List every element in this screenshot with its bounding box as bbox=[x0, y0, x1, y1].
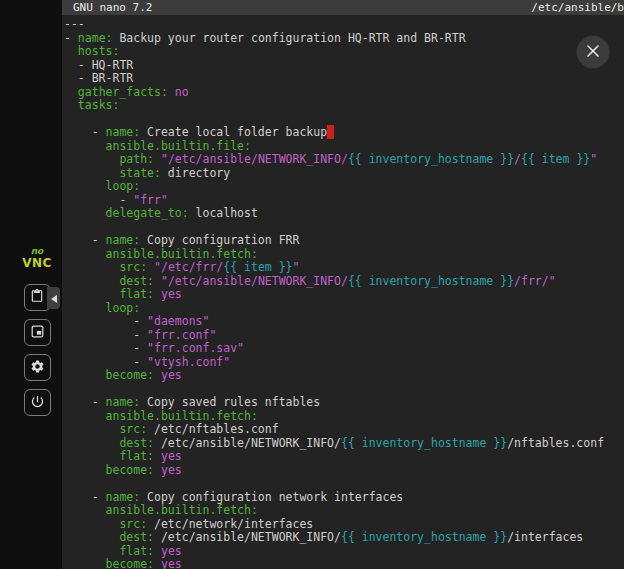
terminal-line: delegate_to: localhost bbox=[64, 207, 624, 221]
gear-icon bbox=[30, 359, 45, 377]
terminal-line: flat: yes bbox=[64, 288, 624, 302]
terminal-window: GNU nano 7.2 /etc/ansible/b ---- name: B… bbox=[62, 0, 624, 569]
terminal-line: - HQ-RTR bbox=[64, 59, 624, 73]
vnc-logo-vnc: VNC bbox=[22, 256, 52, 270]
vnc-control-bar: no VNC bbox=[0, 246, 62, 424]
terminal-text[interactable]: ---- name: Backup your router configurat… bbox=[62, 15, 624, 569]
terminal-line: path: "/etc/ansible/NETWORK_INFO/{{ inve… bbox=[64, 153, 624, 167]
control-bar-handle[interactable] bbox=[47, 287, 60, 309]
chevron-left-icon bbox=[50, 289, 58, 308]
clipboard-icon bbox=[30, 289, 44, 306]
terminal-line bbox=[64, 477, 624, 491]
close-button[interactable] bbox=[577, 36, 609, 68]
terminal-line: - "vtysh.conf" bbox=[64, 356, 624, 370]
power-icon bbox=[30, 394, 45, 412]
nano-title-version: GNU nano 7.2 bbox=[73, 0, 152, 15]
nano-title-path: /etc/ansible/b bbox=[531, 0, 624, 15]
vnc-logo-no: no bbox=[22, 246, 52, 256]
terminal-line: - "daemons" bbox=[64, 315, 624, 329]
terminal-line: - name: Create local folder backup bbox=[64, 126, 624, 140]
fullscreen-icon bbox=[30, 324, 45, 342]
terminal-line: state: directory bbox=[64, 167, 624, 181]
terminal-line: ansible.builtin.fetch: bbox=[64, 410, 624, 424]
terminal-line: - name: Copy configuration network inter… bbox=[64, 491, 624, 505]
terminal-line bbox=[64, 221, 624, 235]
vnc-logo: no VNC bbox=[22, 246, 52, 270]
terminal-line: become: yes bbox=[64, 369, 624, 383]
terminal-line: tasks: bbox=[64, 99, 624, 113]
terminal-line: flat: yes bbox=[64, 545, 624, 559]
terminal-line bbox=[64, 383, 624, 397]
terminal-line: dest: /etc/ansible/NETWORK_INFO/{{ inven… bbox=[64, 437, 624, 451]
terminal-line: hosts: bbox=[64, 45, 624, 59]
terminal-line: src: /etc/nftables.conf bbox=[64, 423, 624, 437]
terminal-line: - name: Copy configuration FRR bbox=[64, 234, 624, 248]
terminal-line: ansible.builtin.fetch: bbox=[64, 504, 624, 518]
fullscreen-button[interactable] bbox=[24, 319, 51, 346]
terminal-line: - name: Backup your router configuration… bbox=[64, 32, 624, 46]
terminal-line bbox=[64, 113, 624, 127]
close-icon bbox=[587, 45, 599, 60]
terminal-line: - "frr.conf.sav" bbox=[64, 342, 624, 356]
terminal-line: flat: yes bbox=[64, 450, 624, 464]
terminal-line: loop: bbox=[64, 180, 624, 194]
terminal-line: src: /etc/network/interfaces bbox=[64, 518, 624, 532]
terminal-line: ansible.builtin.file: bbox=[64, 140, 624, 154]
terminal-line: - "frr.conf" bbox=[64, 329, 624, 343]
settings-button[interactable] bbox=[24, 354, 51, 381]
power-button[interactable] bbox=[24, 389, 51, 416]
terminal-line: loop: bbox=[64, 302, 624, 316]
terminal-line: --- bbox=[64, 18, 624, 32]
terminal-line: - "frr" bbox=[64, 194, 624, 208]
terminal-line: dest: /etc/ansible/NETWORK_INFO/{{ inven… bbox=[64, 531, 624, 545]
vnc-sidebar: no VNC bbox=[0, 0, 62, 569]
terminal-line: gather_facts: no bbox=[64, 86, 624, 100]
terminal-line: - name: Copy saved rules nftables bbox=[64, 396, 624, 410]
terminal-line: become: yes bbox=[64, 558, 624, 569]
nano-titlebar: GNU nano 7.2 /etc/ansible/b bbox=[62, 0, 624, 15]
terminal-line: dest: "/etc/ansible/NETWORK_INFO/{{ inve… bbox=[64, 275, 624, 289]
terminal-line: become: yes bbox=[64, 464, 624, 478]
terminal-line: - BR-RTR bbox=[64, 72, 624, 86]
terminal-line: src: "/etc/frr/{{ item }}" bbox=[64, 261, 624, 275]
terminal-line: ansible.builtin.fetch: bbox=[64, 248, 624, 262]
